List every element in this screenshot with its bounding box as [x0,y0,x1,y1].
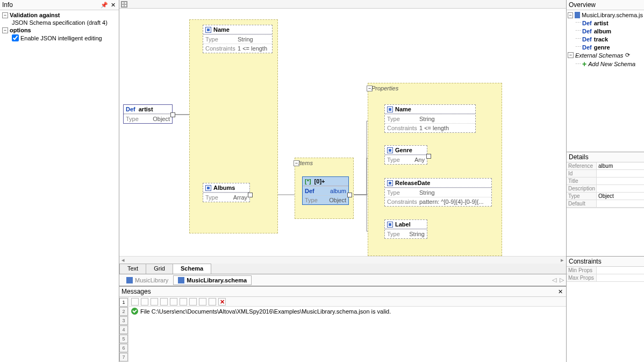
check-ok-icon [131,308,138,315]
view-tabs: Text Grid Schema [119,264,566,274]
collapse-icon[interactable]: − [2,12,8,18]
enable-editing-label: Enable JSON intelligent editing [20,35,102,41]
tab-next-icon[interactable]: ▷ [560,276,564,283]
handle-icon[interactable] [347,193,352,197]
toolbar-delete-icon[interactable]: ✕ [218,298,226,306]
validation-label: Validation against [10,12,60,18]
toolbar-icon[interactable] [131,298,139,306]
details-title: Details [569,153,642,161]
info-panel: Info 📌 ✕ − Validation against JSON Schem… [0,0,119,362]
artist-title: artist [139,106,153,112]
tab-schema[interactable]: Schema [173,264,211,274]
constraint-min-props[interactable]: Min Props [567,267,644,274]
node-prop-label[interactable]: Label TypeString [384,219,427,239]
collapse-icon[interactable]: − [2,27,8,33]
schema-canvas[interactable]: Defartist TypeObject Name TypeString Con… [119,9,566,256]
msg-tab-7[interactable]: 7 [119,353,128,361]
toolbar-icon[interactable] [180,298,187,306]
object-icon [387,107,393,112]
msg-tab-1[interactable]: 1 [119,298,128,307]
details-empty-area [567,208,644,256]
detail-type[interactable]: TypeObject [567,193,644,200]
msg-tab-6[interactable]: 6 [119,344,128,352]
toolbar-icon[interactable] [151,298,158,306]
overview-tree: −MusicLibrary.schema.js ⋯Defartist ⋯Defa… [567,10,644,152]
overview-def-album[interactable]: ⋯Defalbum [575,27,643,35]
overview-external-schemas[interactable]: −External Schemas⟳ [568,51,643,59]
validation-group[interactable]: − Validation against [2,11,117,19]
overview-root[interactable]: −MusicLibrary.schema.js [568,11,643,19]
constraints-grid: Min Props Max Props [567,267,644,282]
scroll-right-icon[interactable]: ▸ [559,257,566,264]
constraint-max-props[interactable]: Max Props [567,274,644,282]
file-tab-musiclibrary[interactable]: MusicLibrary [121,275,173,285]
file-tabs: MusicLibrary MusicLibrary.schema ◁▷ [119,274,566,286]
messages-title: Messages [121,288,555,295]
msg-tab-5[interactable]: 5 [119,335,128,343]
json-file-icon [178,277,184,283]
info-panel-title: Info [2,1,99,9]
handle-icon[interactable] [248,193,253,197]
toolbar-icon[interactable] [170,298,177,306]
node-artist[interactable]: Defartist TypeObject [123,104,173,124]
object-icon [205,27,211,33]
top-strip [119,0,566,9]
node-prop-genre[interactable]: Genre TypeAny [384,145,427,165]
close-icon[interactable]: ✕ [556,288,564,295]
detail-reference[interactable]: Referencealbum [567,162,644,170]
json-file-icon [126,277,133,283]
grid-view-icon[interactable] [121,1,127,8]
collapse-icon[interactable]: − [568,12,573,18]
scroll-left-icon[interactable]: ◂ [119,257,127,264]
file-tab-schema[interactable]: MusicLibrary.schema [173,275,252,285]
enable-editing-row[interactable]: Enable JSON intelligent editing [12,34,117,42]
toolbar-icon[interactable] [160,298,168,306]
overview-title: Overview [569,1,642,9]
plus-icon: + [582,60,586,68]
options-label: options [10,27,31,33]
spec-row[interactable]: JSON Schema specification (draft 4) [12,19,117,26]
node-albums[interactable]: Albums TypeArray [203,183,250,202]
details-grid: Referencealbum Id Title Description Type… [567,162,644,208]
properties-label: Properties [371,85,398,91]
toolbar-icon[interactable] [189,298,197,306]
collapse-icon[interactable]: − [568,52,574,58]
node-name[interactable]: Name TypeString Constraints1 <= length [203,25,273,53]
messages-toolbar: ✕ [129,297,566,307]
detail-default[interactable]: Default [567,200,644,208]
detail-title[interactable]: Title [567,178,644,185]
object-icon [387,147,393,153]
tab-text[interactable]: Text [119,264,146,274]
object-icon [205,185,211,191]
msg-tab-2[interactable]: 2 [119,307,128,316]
node-prop-releasedate[interactable]: ReleaseDate TypeString Constraintspatter… [384,178,492,207]
refresh-icon[interactable]: ⟳ [625,52,630,59]
tab-prev-icon[interactable]: ◁ [552,276,556,283]
toolbar-icon[interactable] [209,298,216,306]
pin-icon[interactable]: 📌 [101,1,108,9]
detail-description[interactable]: Description [567,185,644,193]
overview-add-schema[interactable]: ⋯+Add New Schema [575,59,643,69]
message-text: File C:\Users\enc\Documents\Altova\XMLSp… [140,308,391,315]
node-album-item[interactable]: [*][0]+ Defalbum TypeObject [302,176,349,205]
handle-icon[interactable] [170,112,175,117]
detail-id[interactable]: Id [567,170,644,178]
node-prop-name[interactable]: Name TypeString Constraints1 <= length [384,104,476,133]
close-icon[interactable]: ✕ [109,1,117,9]
enable-editing-checkbox[interactable] [12,34,19,41]
json-file-icon [575,12,580,18]
items-label: Items [298,160,313,166]
msg-tab-3[interactable]: 3 [119,316,128,325]
tab-grid[interactable]: Grid [146,264,173,274]
overview-def-genre[interactable]: ⋯Defgenre [575,43,643,51]
toolbar-icon[interactable] [199,298,206,306]
overview-def-artist[interactable]: ⋯Defartist [575,19,643,27]
message-line[interactable]: File C:\Users\enc\Documents\Altova\XMLSp… [129,307,566,316]
expand-handle-icon[interactable] [426,154,431,159]
msg-tab-4[interactable]: 4 [119,325,128,334]
options-group[interactable]: − options [2,26,117,34]
toolbar-icon[interactable] [141,298,148,306]
object-icon [387,180,393,186]
overview-def-track[interactable]: ⋯Deftrack [575,35,643,43]
message-page-tabs: 1 2 3 4 5 6 7 [119,297,129,362]
